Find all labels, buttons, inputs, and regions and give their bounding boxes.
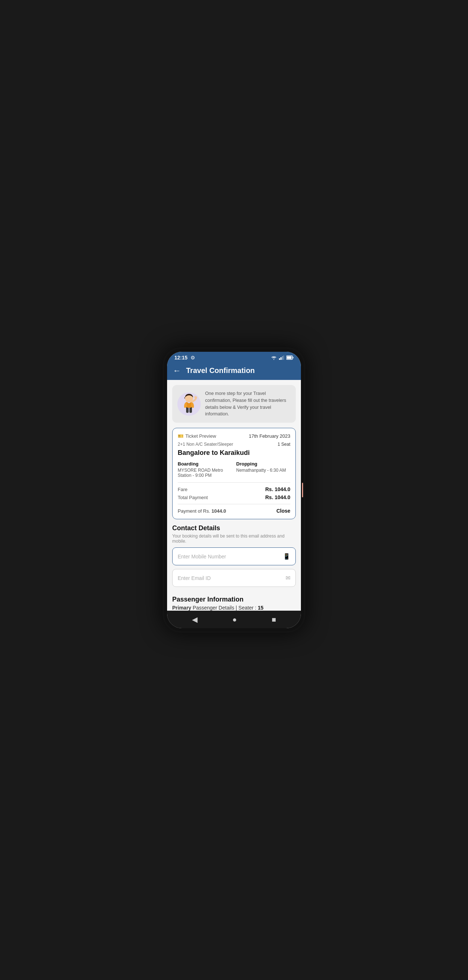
info-text: One more step for your Travel confirmati…: [205, 390, 291, 418]
email-input-field[interactable]: Enter Email ID ✉: [172, 569, 296, 587]
nav-home-button[interactable]: ●: [232, 616, 237, 624]
nav-back-button[interactable]: ◀: [192, 615, 197, 624]
contact-details-section: Contact Details Your booking details wil…: [172, 524, 296, 590]
divider-1: [178, 482, 290, 483]
passenger-title: Passenger Information: [172, 596, 296, 603]
route-title: Bangalore to Karaikudi: [178, 449, 290, 457]
mobile-input-field[interactable]: Enter Mobile Number 📱: [172, 547, 296, 565]
back-button[interactable]: ←: [173, 367, 181, 375]
dropping-label: Dropping: [236, 461, 290, 466]
svg-rect-0: [279, 358, 280, 360]
payment-text: Payment of Rs. 1044.0: [178, 508, 226, 514]
svg-rect-5: [293, 357, 294, 358]
fare-row: Fare Rs. 1044.0: [178, 486, 290, 492]
ticket-card: 🎫 Ticket Preview 17th February 2023 2+1 …: [172, 428, 296, 519]
status-time: 12:15: [174, 355, 188, 361]
content-area: One more step for your Travel confirmati…: [167, 380, 301, 611]
fare-value: Rs. 1044.0: [266, 486, 291, 492]
boarding-label: Boarding: [178, 461, 232, 466]
dropping-col: Dropping Nemathanpatty - 6:30 AM: [236, 461, 290, 478]
page-title: Travel Confirmation: [186, 366, 255, 375]
avatar-illustration: [180, 393, 198, 415]
wifi-icon: [271, 355, 277, 360]
ticket-icon: 🎫: [178, 433, 183, 439]
total-value: Rs. 1044.0: [266, 495, 291, 500]
boarding-col: Boarding MYSORE ROAD Metro Station - 9:0…: [178, 461, 232, 478]
payment-row: Payment of Rs. 1044.0 Close: [178, 508, 290, 514]
email-icon: ✉: [285, 574, 290, 581]
header: ← Travel Confirmation: [167, 363, 301, 380]
ticket-seats: 1 Seat: [277, 442, 290, 447]
battery-icon: [286, 355, 294, 360]
email-placeholder: Enter Email ID: [178, 575, 211, 581]
seat-number: 15: [258, 605, 264, 611]
fare-label: Fare: [178, 487, 188, 492]
svg-rect-3: [283, 355, 284, 360]
ticket-header: 🎫 Ticket Preview 17th February 2023: [178, 433, 290, 439]
ticket-date: 17th February 2023: [249, 433, 290, 439]
nav-recent-button[interactable]: ■: [272, 616, 276, 624]
dropping-value: Nemathanpatty - 6:30 AM: [236, 468, 290, 473]
close-button[interactable]: Close: [276, 508, 290, 514]
contact-title: Contact Details: [172, 524, 296, 532]
status-bar: 12:15 ⚙: [167, 352, 301, 363]
passenger-primary-label: Primary Passenger Details | Seater : 15: [172, 605, 296, 611]
contact-subtitle: Your booking details will be sent to thi…: [172, 533, 296, 544]
ticket-type-row: 2+1 Non A/C Seater/Sleeper 1 Seat: [178, 442, 290, 447]
avatar: [177, 392, 201, 416]
total-row: Total Payment Rs. 1044.0: [178, 495, 290, 500]
boarding-value: MYSORE ROAD Metro Station - 9:00 PM: [178, 468, 232, 478]
info-banner: One more step for your Travel confirmati…: [172, 385, 296, 423]
phone-icon: 📱: [283, 553, 290, 560]
passenger-info-section: Passenger Information Primary Passenger …: [172, 596, 296, 611]
ticket-label: 🎫 Ticket Preview: [178, 433, 216, 439]
svg-rect-6: [287, 356, 292, 359]
svg-rect-1: [280, 357, 282, 360]
bottom-nav: ◀ ● ■: [167, 611, 301, 628]
settings-icon: ⚙: [191, 355, 195, 361]
signal-icon: [279, 355, 284, 360]
svg-rect-9: [189, 407, 192, 413]
total-label: Total Payment: [178, 495, 208, 500]
svg-rect-2: [282, 356, 283, 360]
mobile-placeholder: Enter Mobile Number: [178, 554, 226, 560]
status-icons: [271, 355, 294, 360]
boarding-dropping: Boarding MYSORE ROAD Metro Station - 9:0…: [178, 461, 290, 478]
svg-rect-8: [186, 407, 189, 413]
ticket-type: 2+1 Non A/C Seater/Sleeper: [178, 442, 233, 447]
